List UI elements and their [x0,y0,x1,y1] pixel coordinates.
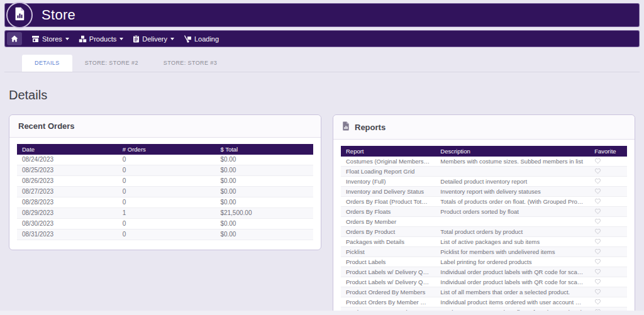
report-row: Product LabelsLabel printing for ordered… [341,257,627,267]
recent-orders-panel-body: Date # Orders $ Total 08/24/20230$0.0008… [9,138,321,250]
favorite-heart-icon[interactable] [594,228,601,236]
reports-panel: Reports Report Description Favorite Cost… [333,114,635,315]
report-description-cell: Total product orders by product [435,227,589,237]
caret-down-icon [170,38,174,40]
nav-item-stores[interactable]: Stores [31,35,69,43]
tab-store-store-2[interactable]: STORE: STORE #2 [72,55,151,72]
reports-header-row: Report Description Favorite [341,146,627,157]
recent-order-cell: $0.00 [215,176,313,187]
favorite-heart-icon[interactable] [594,248,601,256]
report-row: Inventory (Full)Detailed product invento… [341,177,627,187]
report-row: Orders By Float (Product Totals)Totals o… [341,197,627,207]
recent-order-row: 08/26/20230$0.00 [17,176,313,187]
report-favorite-cell [589,217,627,227]
favorite-heart-icon[interactable] [594,258,601,266]
recent-order-cell: 08/27/2023 [17,187,118,197]
nav-item-label: Products [89,35,116,43]
report-favorite-cell [589,267,627,277]
recent-order-row: 08/31/20230$0.00 [17,229,313,240]
favorite-heart-icon[interactable] [594,268,601,276]
report-name-cell[interactable]: Float Loading Report Grid [341,167,435,177]
report-row: Inventory and Delivery StatusInventory r… [341,187,627,197]
report-name-cell[interactable]: Product Labels [341,257,435,267]
favorite-heart-icon[interactable] [594,299,601,306]
recent-order-row: 08/29/20231$21,500.00 [17,208,313,219]
report-favorite-cell [589,227,627,237]
recent-order-cell: $0.00 [215,187,313,197]
report-favorite-cell [589,237,627,247]
favorite-heart-icon[interactable] [594,238,601,246]
home-icon [11,33,18,45]
nav-item-label: Delivery [142,35,167,43]
report-name-cell[interactable]: Orders By Floats [341,207,435,217]
nav-home-button[interactable] [7,32,22,45]
app-title: Store [42,7,75,23]
favorite-heart-icon[interactable] [594,158,601,165]
recent-orders-title: Recent Orders [18,121,75,131]
report-name-cell[interactable]: Packages with Details [341,237,435,247]
nav-item-products[interactable]: Products [79,35,123,43]
favorite-heart-icon[interactable] [594,168,601,175]
report-name-cell[interactable]: Product Orders By Member with Balance [341,297,435,307]
recent-order-cell: $0.00 [215,229,313,240]
report-favorite-cell [589,247,627,257]
recent-orders-panel-header: Recent Orders [9,115,321,138]
favorite-heart-icon[interactable] [594,218,601,226]
favorite-heart-icon[interactable] [594,208,601,216]
app-header: Store [4,3,640,27]
report-name-cell[interactable]: Picklist [341,247,435,257]
recent-order-cell: $0.00 [215,165,313,176]
column-header-favorite: Favorite [589,146,627,157]
report-favorite-cell [589,287,627,297]
boxes-icon [79,35,87,43]
main-nav: Stores Products Delivery [4,30,640,47]
report-favorite-cell [589,157,627,167]
report-description-cell: Inventory report with delivery statuses [435,187,589,197]
favorite-heart-icon[interactable] [594,198,601,206]
caret-down-icon [119,38,123,40]
report-row: Orders By FloatsProduct orders sorted by… [341,207,627,217]
favorite-heart-icon[interactable] [594,188,601,196]
report-name-cell[interactable]: Product Ordered By Members [341,287,435,297]
page-title: Details [9,88,47,102]
report-name-cell[interactable]: Costumes (Original Members - No Subs) [341,157,435,167]
recent-orders-table: Date # Orders $ Total 08/24/20230$0.0008… [17,144,313,240]
report-description-cell: Detailed product inventory report [435,177,589,187]
report-name-cell[interactable]: Product Labels w/ Delivery QR Code [341,277,435,287]
reports-panel-header: Reports [333,115,635,140]
reports-title: Reports [355,123,386,132]
recent-order-cell: 08/26/2023 [17,176,118,187]
tab-store-store-3[interactable]: STORE: STORE #3 [151,55,230,72]
report-favorite-cell [589,167,627,177]
nav-item-loading[interactable]: Loading [184,35,219,43]
nav-item-label: Stores [42,35,62,43]
report-name-cell[interactable]: Orders By Float (Product Totals) [341,197,435,207]
reports-tbody: Costumes (Original Members - No Subs)Mem… [341,157,627,315]
recent-order-cell: $0.00 [215,197,313,208]
report-name-cell[interactable]: Orders By Member [341,217,435,227]
nav-item-delivery[interactable]: Delivery [133,35,174,43]
report-name-cell[interactable]: Product Labels w/ Delivery QR Code [341,267,435,277]
favorite-heart-icon[interactable] [594,289,601,296]
report-name-cell[interactable]: Inventory (Full) [341,177,435,187]
recent-order-cell: 08/30/2023 [17,219,118,229]
recent-order-row: 08/25/20230$0.00 [17,165,313,176]
footer [0,311,644,315]
tab-details[interactable]: DETAILS [22,55,72,72]
recent-order-cell: $0.00 [215,219,313,229]
document-chart-icon [14,7,25,23]
favorite-heart-icon[interactable] [594,279,601,286]
recent-order-cell: 0 [118,219,216,229]
column-header-date: Date [17,144,118,155]
recent-orders-panel: Recent Orders Date # Orders $ Total 08/2… [9,114,321,250]
column-header-report: Report [341,146,435,157]
report-name-cell[interactable]: Inventory and Delivery Status [341,187,435,197]
report-favorite-cell [589,297,627,307]
report-favorite-cell [589,177,627,187]
recent-order-cell: 08/29/2023 [17,208,118,219]
report-favorite-cell [589,277,627,287]
favorite-heart-icon[interactable] [594,178,601,185]
report-description-cell [435,167,589,177]
recent-order-cell: 08/31/2023 [17,229,118,240]
report-name-cell[interactable]: Orders By Product [341,227,435,237]
